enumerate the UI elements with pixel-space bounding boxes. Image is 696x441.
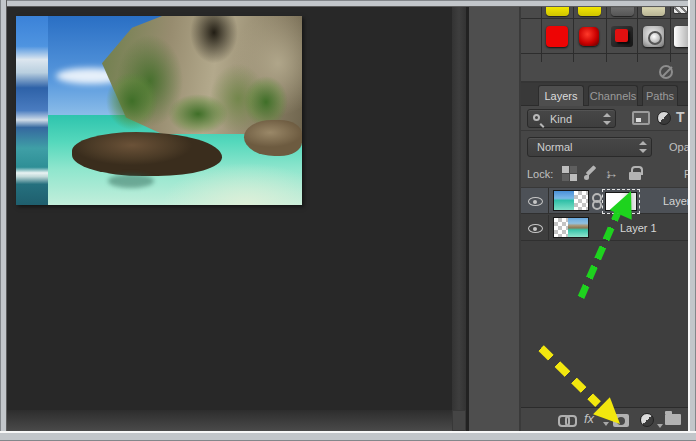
lock-label: Lock: bbox=[527, 168, 553, 180]
photoshop-window: Layers Channels Paths Kind T Normal Opac… bbox=[0, 0, 696, 441]
blend-mode-dropdown[interactable]: Normal bbox=[527, 137, 652, 157]
style-column bbox=[638, 7, 671, 62]
styles-panel-footer bbox=[521, 62, 688, 83]
spinner-arrows-icon bbox=[603, 113, 610, 125]
filter-kind-dropdown[interactable]: Kind bbox=[527, 109, 616, 128]
adjustment-caret-icon bbox=[657, 424, 663, 428]
visibility-cell[interactable] bbox=[521, 188, 549, 214]
layer-thumbnail[interactable] bbox=[553, 190, 589, 211]
window-border-right bbox=[688, 0, 696, 441]
adjustment-filter-icon[interactable] bbox=[657, 111, 671, 125]
layer-list: Layer Layer 1 bbox=[521, 188, 688, 407]
canvas-area[interactable] bbox=[7, 7, 466, 431]
blend-mode-value: Normal bbox=[537, 141, 572, 153]
tab-paths[interactable]: Paths bbox=[642, 85, 678, 106]
photo-main bbox=[48, 16, 302, 205]
style-swatch-white-gradient[interactable] bbox=[671, 20, 688, 54]
style-column bbox=[671, 7, 688, 62]
style-swatch-olive-button[interactable] bbox=[638, 7, 670, 19]
lock-all-icon[interactable] bbox=[628, 166, 643, 181]
style-swatch-gray-glossy[interactable] bbox=[638, 20, 670, 54]
visibility-eye-icon[interactable] bbox=[528, 224, 543, 233]
scrollbar-corner bbox=[452, 410, 466, 431]
search-icon bbox=[533, 114, 540, 121]
horizontal-scrollbar[interactable] bbox=[7, 410, 452, 431]
layer-row-0[interactable]: Layer bbox=[521, 188, 688, 214]
blend-mode-row: Normal Opaci bbox=[521, 133, 688, 160]
layer-name[interactable]: Layer bbox=[663, 195, 688, 207]
filter-kind-label: Kind bbox=[550, 113, 572, 125]
spinner-arrows-icon bbox=[639, 141, 646, 153]
lock-pixels-icon[interactable] bbox=[583, 166, 598, 181]
style-swatch-cell bbox=[521, 55, 541, 62]
pixel-filter-icon[interactable] bbox=[632, 111, 650, 125]
opacity-label: Opaci bbox=[669, 141, 688, 153]
vertical-scrollbar[interactable] bbox=[452, 7, 466, 410]
visibility-eye-icon[interactable] bbox=[528, 197, 543, 206]
visibility-cell[interactable] bbox=[521, 215, 549, 241]
style-column bbox=[607, 7, 638, 62]
style-swatch-pattern[interactable] bbox=[671, 7, 688, 19]
photo-vegetation bbox=[168, 94, 228, 134]
mask-link-icon[interactable] bbox=[591, 193, 601, 209]
style-column bbox=[521, 7, 542, 62]
photo-strip bbox=[16, 16, 48, 205]
photo-rock bbox=[244, 120, 302, 156]
lock-transparency-icon[interactable] bbox=[562, 166, 577, 181]
style-swatch-red-glossy[interactable] bbox=[574, 20, 606, 54]
photo-vegetation bbox=[106, 72, 158, 130]
style-swatch-yellow-button[interactable] bbox=[574, 7, 606, 19]
styles-panel bbox=[521, 7, 688, 62]
panel-gutter bbox=[469, 7, 521, 431]
panel-column: Layers Channels Paths Kind T Normal Opac… bbox=[521, 7, 688, 431]
layers-filter-row: Kind T bbox=[521, 106, 688, 131]
style-swatch-red-flat[interactable] bbox=[542, 20, 573, 54]
link-layers-icon[interactable] bbox=[558, 413, 575, 425]
style-column bbox=[542, 7, 574, 62]
window-border-bottom bbox=[0, 431, 696, 441]
style-swatch-dark-button[interactable] bbox=[607, 7, 637, 19]
style-swatch-cell[interactable] bbox=[521, 20, 541, 54]
style-swatch-cell[interactable] bbox=[521, 7, 541, 19]
layer-thumbnail[interactable] bbox=[553, 217, 589, 238]
window-border-left bbox=[0, 0, 7, 441]
fill-label: F bbox=[684, 168, 688, 180]
style-swatch-red-bevel[interactable] bbox=[607, 20, 637, 54]
style-swatch-yellow-button[interactable] bbox=[542, 7, 573, 19]
new-adjustment-layer-icon[interactable] bbox=[640, 413, 654, 427]
tab-channels[interactable]: Channels bbox=[588, 85, 638, 106]
panel-tab-bar: Layers Channels Paths bbox=[521, 83, 688, 106]
lock-position-icon[interactable]: ↔ ↕ bbox=[605, 166, 620, 181]
type-filter-icon[interactable]: T bbox=[676, 109, 688, 125]
style-column bbox=[574, 7, 607, 62]
lock-row: Lock: ↔ ↕ F bbox=[521, 160, 688, 188]
new-group-folder-icon[interactable] bbox=[665, 414, 681, 425]
photo-rock-shadow bbox=[108, 174, 154, 188]
layer-name[interactable]: Layer 1 bbox=[620, 222, 680, 234]
tab-layers[interactable]: Layers bbox=[538, 85, 584, 106]
document-image[interactable] bbox=[16, 16, 302, 205]
clear-style-icon[interactable] bbox=[659, 65, 673, 79]
